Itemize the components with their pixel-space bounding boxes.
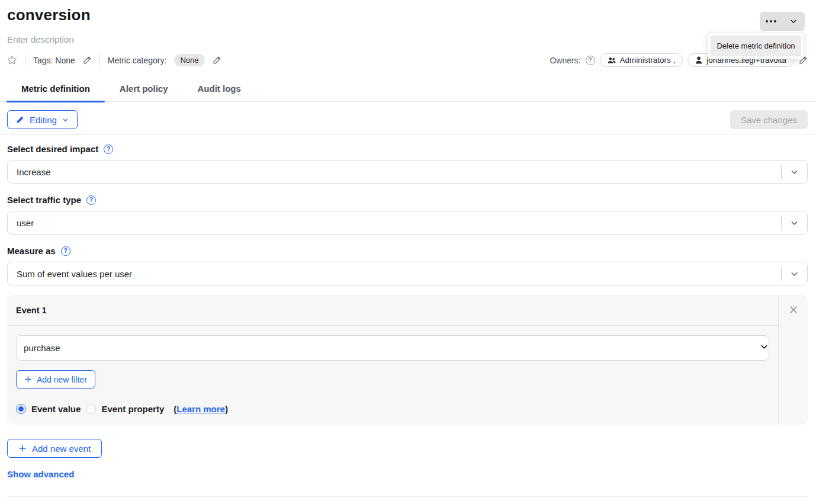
radio-event-property-label[interactable]: Event property bbox=[101, 404, 164, 414]
meta-left: Tags: None Metric category: None bbox=[7, 54, 221, 66]
chevron-down-icon[interactable] bbox=[790, 168, 799, 176]
divider bbox=[25, 54, 25, 66]
measure-source-radio-group: Event value Event property (Learn more) bbox=[16, 404, 769, 414]
event-card-header: Event 1 bbox=[7, 295, 778, 326]
event-card-title: Event 1 bbox=[16, 306, 47, 315]
save-changes-button[interactable]: Save changes bbox=[730, 110, 808, 129]
chevron-down-icon[interactable] bbox=[790, 269, 799, 278]
help-icon[interactable] bbox=[104, 145, 113, 154]
metric-category-label: Metric category: bbox=[108, 56, 167, 65]
metric-category-badge[interactable]: None bbox=[174, 54, 204, 66]
traffic-type-value: user bbox=[17, 218, 781, 228]
measure-as-select[interactable]: Sum of event values per user bbox=[7, 262, 808, 285]
chevron-down-icon[interactable] bbox=[760, 342, 769, 354]
pencil-icon bbox=[16, 115, 24, 124]
traffic-type-label: Select traffic type bbox=[7, 195, 81, 205]
radio-event-value[interactable] bbox=[16, 404, 26, 414]
owner-pill-administrators[interactable]: Administrators , bbox=[600, 53, 683, 67]
tab-metric-definition[interactable]: Metric definition bbox=[7, 80, 105, 101]
paren-close: ) bbox=[225, 404, 228, 414]
description-input-placeholder[interactable]: Enter description bbox=[7, 34, 808, 44]
group-icon bbox=[608, 57, 616, 64]
measure-as-value: Sum of event values per user bbox=[17, 269, 781, 279]
metric-definition-form: Select desired impact Increase Select tr… bbox=[0, 144, 816, 497]
divider bbox=[781, 216, 782, 230]
event-name-select[interactable]: purchase bbox=[16, 335, 769, 361]
desired-impact-value: Increase bbox=[17, 167, 781, 177]
tags-label: Tags: None bbox=[33, 56, 75, 65]
owner-pill-label: Administrators , bbox=[620, 56, 676, 65]
measure-as-label-row: Measure as bbox=[7, 246, 808, 256]
actions-dropdown-menu: Delete metric definition bbox=[708, 33, 804, 59]
traffic-type-select[interactable]: user bbox=[7, 211, 808, 235]
show-advanced-link[interactable]: Show advanced bbox=[7, 469, 74, 479]
radio-event-property[interactable] bbox=[86, 404, 96, 414]
editing-mode-button[interactable]: Editing bbox=[7, 110, 78, 129]
toolbar: Editing Save changes bbox=[0, 110, 816, 129]
help-icon[interactable] bbox=[61, 246, 70, 256]
event-name-value: purchase bbox=[24, 343, 760, 353]
add-new-filter-label: Add new filter bbox=[37, 375, 87, 384]
divider bbox=[0, 134, 816, 135]
divider bbox=[7, 496, 808, 497]
learn-more-wrap: (Learn more) bbox=[174, 404, 228, 414]
chevron-down-icon[interactable] bbox=[790, 219, 799, 227]
chevron-down-icon bbox=[789, 17, 798, 25]
meta-row: Tags: None Metric category: None Owners:… bbox=[7, 53, 808, 67]
add-new-filter-button[interactable]: Add new filter bbox=[16, 370, 95, 389]
close-icon bbox=[789, 305, 798, 314]
editing-label: Editing bbox=[30, 115, 57, 125]
tab-audit-logs[interactable]: Audit logs bbox=[183, 80, 256, 101]
desired-impact-label-row: Select desired impact bbox=[7, 144, 808, 154]
tab-alert-policy[interactable]: Alert policy bbox=[105, 80, 183, 101]
owners-label: Owners: bbox=[550, 56, 580, 65]
divider bbox=[781, 267, 782, 281]
help-icon[interactable] bbox=[586, 56, 595, 65]
person-icon bbox=[695, 56, 702, 64]
plus-icon bbox=[18, 444, 27, 452]
header: conversion Enter description Tags: None … bbox=[0, 6, 816, 67]
add-new-event-button[interactable]: Add new event bbox=[7, 439, 102, 458]
header-actions-group bbox=[760, 12, 805, 31]
page-title: conversion bbox=[7, 6, 808, 24]
divider bbox=[781, 165, 782, 179]
ellipsis-icon bbox=[766, 20, 776, 23]
edit-tags-pencil-icon[interactable] bbox=[83, 56, 92, 65]
event-card-side bbox=[778, 295, 808, 425]
event-card: Event 1 purchase Add new filter Event va… bbox=[7, 295, 808, 425]
chevron-down-icon bbox=[62, 117, 69, 123]
edit-category-pencil-icon[interactable] bbox=[213, 56, 221, 65]
plus-icon bbox=[24, 375, 32, 383]
add-new-event-label: Add new event bbox=[32, 444, 91, 454]
divider bbox=[99, 54, 100, 66]
radio-event-value-label[interactable]: Event value bbox=[31, 404, 81, 414]
remove-event-button[interactable] bbox=[789, 305, 798, 314]
desired-impact-label: Select desired impact bbox=[7, 144, 98, 154]
traffic-type-label-row: Select traffic type bbox=[7, 195, 808, 205]
menu-item-delete-metric[interactable]: Delete metric definition bbox=[711, 36, 801, 56]
event-card-main: Event 1 purchase Add new filter Event va… bbox=[7, 295, 778, 425]
tab-bar: Metric definition Alert policy Audit log… bbox=[0, 80, 816, 102]
learn-more-link[interactable]: Learn more bbox=[176, 404, 225, 414]
more-options-button[interactable] bbox=[760, 12, 782, 31]
measure-as-label: Measure as bbox=[7, 246, 56, 256]
actions-dropdown-button[interactable] bbox=[782, 12, 805, 31]
help-icon[interactable] bbox=[86, 195, 96, 205]
desired-impact-select[interactable]: Increase bbox=[7, 160, 808, 184]
star-icon[interactable] bbox=[7, 55, 17, 65]
